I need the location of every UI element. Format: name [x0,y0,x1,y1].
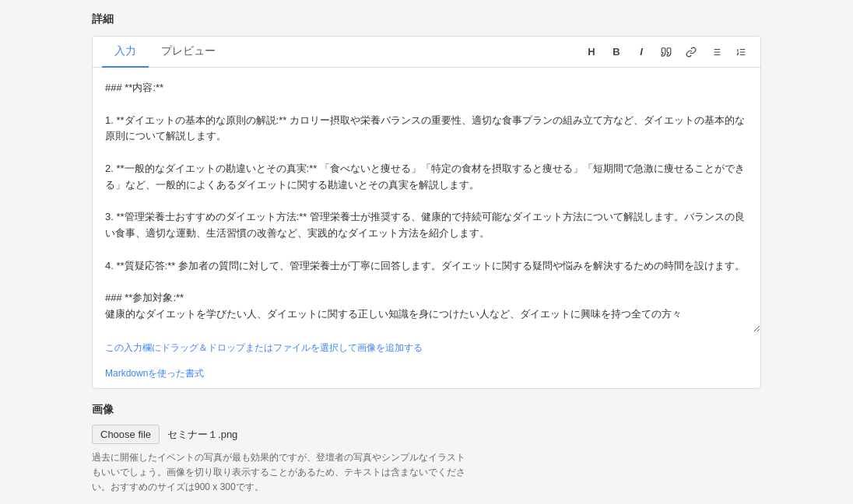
link-icon[interactable] [681,42,701,62]
bold-icon[interactable]: B [606,42,627,62]
editor-tabs-row: 入力 プレビュー H B I [93,37,760,68]
markdown-hint[interactable]: Markdownを使った書式 [93,362,760,388]
section-title: 詳細 [92,12,761,26]
editor-drag-hint: この入力欄にドラッグ＆ドロップまたはファイルを選択して画像を追加する [93,335,760,362]
editor-toolbar: H B I [581,42,751,62]
tab-input[interactable]: 入力 [102,37,149,68]
markdown-hint-link[interactable]: Markdownを使った書式 [105,368,204,379]
editor-card: 入力 プレビュー H B I [92,36,761,389]
unordered-list-icon[interactable] [706,42,726,62]
italic-icon[interactable]: I [631,42,651,62]
file-name: セミナー１.png [167,428,237,442]
choose-file-button[interactable]: Choose file [92,425,160,444]
heading-icon[interactable]: H [581,42,602,62]
editor-hint-link[interactable]: ファイルを選択して画像を追加する [273,342,423,353]
editor-body: この入力欄にドラッグ＆ドロップまたはファイルを選択して画像を追加する [93,68,760,362]
image-section: 画像 Choose file セミナー１.png 過去に開催したイベントの写真が… [92,403,761,495]
editor-tabs: 入力 プレビュー [102,37,228,67]
editor-hint-prefix: この入力欄にドラッグ＆ドロップまたは [105,342,273,353]
editor-textarea[interactable] [93,68,760,332]
image-section-title: 画像 [92,403,761,417]
quote-icon[interactable] [656,42,676,62]
file-input-row: Choose file セミナー１.png [92,425,761,444]
image-hint: 過去に開催したイベントの写真が最も効果的ですが、登壇者の写真やシンプルなイラスト… [92,450,465,495]
tab-preview[interactable]: プレビュー [149,37,228,68]
ordered-list-icon[interactable] [731,42,751,62]
